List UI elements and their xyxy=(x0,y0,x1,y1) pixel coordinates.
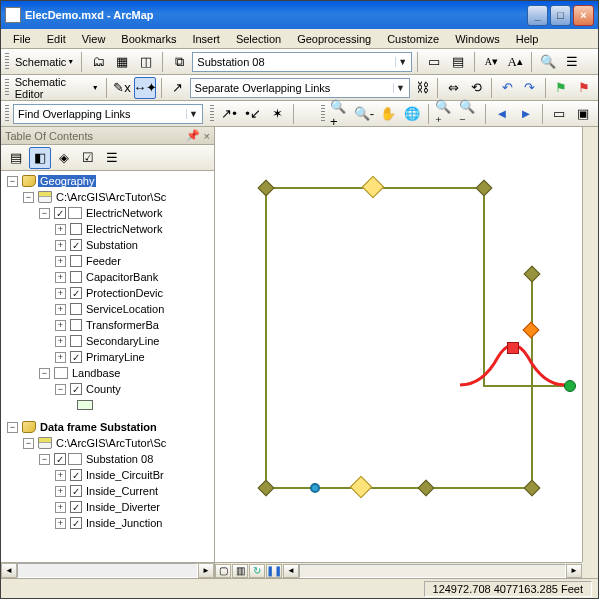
layer-checkbox[interactable] xyxy=(70,255,82,267)
save-edits-icon[interactable]: ▭ xyxy=(423,51,445,73)
expand-toggle[interactable]: + xyxy=(55,352,66,363)
group-substation08[interactable]: Substation 08 xyxy=(84,453,155,465)
layer-item[interactable]: Inside_CircuitBr xyxy=(84,469,166,481)
rotate-right-icon[interactable]: ↷ xyxy=(520,77,540,99)
menu-edit[interactable]: Edit xyxy=(39,31,74,47)
layer-checkbox[interactable] xyxy=(70,351,82,363)
layer-props-icon[interactable]: ▤ xyxy=(447,51,469,73)
menu-file[interactable]: File xyxy=(5,31,39,47)
close-panel-icon[interactable]: × xyxy=(204,130,210,142)
expand-toggle[interactable]: + xyxy=(55,518,66,529)
layer-county[interactable]: County xyxy=(84,383,123,395)
prev-extent-icon[interactable]: ◄ xyxy=(491,103,513,125)
layer-item[interactable]: Inside_Diverter xyxy=(84,501,162,513)
select-features-icon[interactable]: ▭ xyxy=(548,103,570,125)
close-button[interactable]: × xyxy=(573,5,594,26)
expand-toggle[interactable]: − xyxy=(23,438,34,449)
next-extent-icon[interactable]: ► xyxy=(515,103,537,125)
expand-toggle[interactable]: − xyxy=(55,384,66,395)
move-tool-icon[interactable]: ↔✦ xyxy=(134,77,156,99)
node-blue-circle[interactable] xyxy=(310,483,320,493)
expand-toggle[interactable]: − xyxy=(23,192,34,203)
menu-selection[interactable]: Selection xyxy=(228,31,289,47)
expand-toggle[interactable]: − xyxy=(7,176,18,187)
expand-toggle[interactable]: + xyxy=(55,240,66,251)
maximize-button[interactable]: □ xyxy=(550,5,571,26)
group-landbase[interactable]: Landbase xyxy=(70,367,122,379)
data-view-tab[interactable]: ▢ xyxy=(215,564,231,578)
expand-toggle[interactable]: − xyxy=(39,368,50,379)
layer-item[interactable]: CapacitorBank xyxy=(84,271,160,283)
target-diagram-combo[interactable]: Substation 08▼ xyxy=(192,52,412,72)
node-green-circle[interactable] xyxy=(564,380,576,392)
list-by-visibility-icon[interactable]: ◈ xyxy=(53,147,75,169)
layer-checkbox[interactable] xyxy=(70,319,82,331)
scroll-right-icon[interactable]: ► xyxy=(566,564,582,578)
node-olive-diamond[interactable] xyxy=(476,180,493,197)
layer-checkbox[interactable] xyxy=(70,335,82,347)
layer-item[interactable]: TransformerBa xyxy=(84,319,161,331)
layer-item[interactable]: ElectricNetwork xyxy=(84,223,164,235)
node-olive-diamond[interactable] xyxy=(524,480,541,497)
toolbar-grip[interactable] xyxy=(210,105,214,123)
magnify-out-icon[interactable]: 🔍⁻ xyxy=(458,103,480,125)
symbol-swatch[interactable] xyxy=(77,400,93,410)
pan-icon[interactable]: ✋ xyxy=(377,103,399,125)
menu-bookmarks[interactable]: Bookmarks xyxy=(113,31,184,47)
menu-geoprocessing[interactable]: Geoprocessing xyxy=(289,31,379,47)
flag-start-icon[interactable]: ⚑ xyxy=(551,77,571,99)
align-h-icon[interactable]: ⇔ xyxy=(443,77,463,99)
analysis-combo[interactable]: Find Overlapping Links▼ xyxy=(13,104,203,124)
schematic-menu[interactable]: Schematic▼ xyxy=(13,56,76,68)
chevron-down-icon[interactable]: ▼ xyxy=(395,57,409,67)
expand-toggle[interactable]: − xyxy=(39,208,50,219)
increase-font-icon[interactable]: A▴ xyxy=(504,51,526,73)
layer-item[interactable]: ServiceLocation xyxy=(84,303,166,315)
expand-node-icon[interactable]: ✶ xyxy=(266,103,288,125)
expand-toggle[interactable]: + xyxy=(55,502,66,513)
layer-item[interactable]: Inside_Junction xyxy=(84,517,164,529)
list-by-source-icon[interactable]: ◧ xyxy=(29,147,51,169)
layout-view-tab[interactable]: ▥ xyxy=(232,564,248,578)
node-olive-diamond[interactable] xyxy=(418,480,435,497)
gdb-path[interactable]: C:\ArcGIS\ArcTutor\Sc xyxy=(54,191,168,203)
menu-windows[interactable]: Windows xyxy=(447,31,508,47)
expand-toggle[interactable]: + xyxy=(55,320,66,331)
zoom-in-icon[interactable]: 🔍+ xyxy=(329,103,351,125)
update-diagram-icon[interactable]: ◫ xyxy=(135,51,157,73)
generate-diagram-icon[interactable]: ▦ xyxy=(111,51,133,73)
layer-checkbox[interactable] xyxy=(70,271,82,283)
expand-toggle[interactable]: + xyxy=(55,272,66,283)
layer-checkbox[interactable] xyxy=(54,453,66,465)
apply-layout-icon[interactable]: ⛓ xyxy=(412,77,432,99)
options-icon[interactable]: ☰ xyxy=(101,147,123,169)
expand-toggle[interactable]: + xyxy=(55,470,66,481)
layer-item[interactable]: Substation xyxy=(84,239,140,251)
home-icon[interactable]: ☰ xyxy=(561,51,583,73)
chevron-down-icon[interactable]: ▼ xyxy=(393,83,407,93)
edit-vertices-icon[interactable]: ✎x xyxy=(112,77,132,99)
toolbar-grip[interactable] xyxy=(5,79,9,97)
data-frame-substation[interactable]: Data frame Substation xyxy=(38,421,159,433)
layout-task-combo[interactable]: Separate Overlapping Links▼ xyxy=(190,78,410,98)
node-yellow-diamond[interactable] xyxy=(350,476,373,499)
toolbar-grip[interactable] xyxy=(5,105,9,123)
toc-tree[interactable]: −Geography −C:\ArcGIS\ArcTutor\Sc −Elect… xyxy=(1,171,214,562)
layer-checkbox[interactable] xyxy=(70,223,82,235)
expand-toggle[interactable]: − xyxy=(7,422,18,433)
toc-h-scrollbar[interactable]: ◄► xyxy=(1,562,214,578)
pin-icon[interactable]: 📌 xyxy=(186,129,200,142)
expand-toggle[interactable]: + xyxy=(55,288,66,299)
layer-checkbox[interactable] xyxy=(70,239,82,251)
search-icon[interactable]: 🔍 xyxy=(537,51,559,73)
layer-item[interactable]: Inside_Current xyxy=(84,485,160,497)
rotate-left-icon[interactable]: ↶ xyxy=(497,77,517,99)
layer-checkbox[interactable] xyxy=(70,501,82,513)
data-frame-geography[interactable]: Geography xyxy=(38,175,96,187)
layer-item[interactable]: Feeder xyxy=(84,255,123,267)
chevron-down-icon[interactable]: ▼ xyxy=(186,109,200,119)
node-olive-diamond[interactable] xyxy=(258,180,275,197)
expand-toggle[interactable]: − xyxy=(39,454,50,465)
toolbar-grip[interactable] xyxy=(321,105,325,123)
layer-checkbox[interactable] xyxy=(70,517,82,529)
